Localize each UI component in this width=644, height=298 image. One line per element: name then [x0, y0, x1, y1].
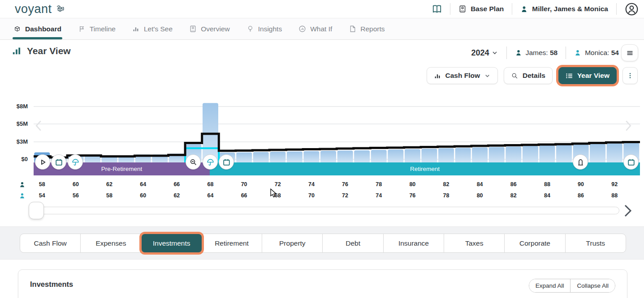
age-label-james: 86: [506, 181, 522, 187]
age-label-james: 90: [573, 181, 589, 187]
calendar-icon: [627, 158, 635, 166]
age-label-monica: 88: [606, 192, 622, 199]
age-label-monica: 86: [573, 192, 589, 199]
age-label-monica: 62: [169, 192, 185, 199]
tab-corporate[interactable]: Corporate: [505, 234, 565, 252]
age-label-monica: 58: [101, 192, 117, 199]
age-label-james: 72: [270, 181, 286, 187]
umbrella-icon: [206, 158, 215, 166]
mouse-cursor: [270, 188, 277, 198]
age-label-monica: 60: [135, 192, 151, 199]
calendar-icon: [222, 158, 231, 166]
event-marker-umbrella-icon[interactable]: [203, 154, 218, 170]
section-tabs-strip: Cash FlowExpensesInvestmentsRetirementPr…: [0, 226, 644, 260]
age-label-monica: 56: [68, 192, 84, 199]
y-axis-tick-label: $8M: [0, 103, 28, 110]
tab-expenses[interactable]: Expenses: [81, 234, 141, 252]
timeline-slider-handle[interactable]: [29, 202, 44, 219]
expand-all-button[interactable]: Expand All: [529, 279, 571, 292]
timeline-next-button[interactable]: [623, 204, 633, 217]
tab-retirement[interactable]: Retirement: [202, 234, 262, 252]
event-marker-zoom-out-icon[interactable]: [186, 154, 201, 170]
calendar-icon: [55, 158, 63, 166]
age-label-monica: 78: [438, 192, 454, 199]
age-label-monica: 72: [337, 192, 353, 199]
collapse-all-button[interactable]: Collapse All: [570, 279, 615, 292]
age-label-james: 84: [472, 181, 488, 187]
chart-pan-right-icon[interactable]: [625, 117, 632, 134]
age-label-james: 68: [202, 181, 218, 187]
tab-taxes[interactable]: Taxes: [444, 234, 505, 252]
tombstone-icon: [576, 158, 585, 166]
age-label-monica: 82: [506, 192, 522, 199]
y-axis-tick-label: $3M: [0, 138, 28, 145]
tab-debt[interactable]: Debt: [323, 234, 383, 252]
age-label-james: 66: [169, 181, 185, 187]
phase-label: Retirement: [410, 166, 440, 172]
y-axis-tick-label: $5M: [0, 120, 28, 127]
timeline-slider-track[interactable]: [31, 207, 619, 214]
age-label-james: 78: [371, 181, 387, 187]
age-label-james: 80: [404, 181, 420, 187]
event-marker-calendar-icon[interactable]: [219, 154, 234, 170]
event-marker-tombstone-icon[interactable]: [573, 154, 588, 170]
tab-cash-flow[interactable]: Cash Flow: [20, 234, 81, 252]
tab-trusts[interactable]: Trusts: [566, 234, 626, 252]
event-marker-play-icon[interactable]: [35, 154, 50, 170]
zoom-out-icon: [189, 158, 198, 166]
age-label-james: 62: [101, 181, 117, 187]
age-label-james: 76: [337, 181, 353, 187]
panel-actions: Expand All Collapse All: [529, 279, 615, 293]
age-label-monica: 66: [236, 192, 252, 199]
axis-person-icon-james: [19, 181, 26, 188]
age-label-james: 64: [135, 181, 151, 187]
tab-property[interactable]: Property: [262, 234, 323, 252]
investments-panel: Investments Expand All Collapse All: [18, 269, 627, 298]
age-label-monica: 84: [539, 192, 555, 199]
section-tabs: Cash FlowExpensesInvestmentsRetirementPr…: [20, 234, 626, 253]
play-icon: [39, 158, 47, 166]
event-marker-umbrella-icon[interactable]: [68, 154, 83, 170]
age-label-monica: 80: [472, 192, 488, 199]
phase-label: Pre-Retirement: [101, 166, 143, 172]
age-label-james: 88: [539, 181, 555, 187]
chart-pan-left-icon[interactable]: [35, 117, 42, 134]
event-marker-calendar-icon[interactable]: [623, 154, 639, 170]
age-label-monica: 76: [404, 192, 420, 199]
age-label-james: 58: [34, 181, 50, 187]
age-label-james: 70: [236, 181, 252, 187]
tab-insurance[interactable]: Insurance: [384, 234, 444, 252]
age-label-monica: 54: [34, 192, 50, 199]
umbrella-icon: [71, 158, 80, 166]
age-label-james: 60: [68, 181, 84, 187]
tab-investments[interactable]: Investments: [142, 234, 202, 252]
age-label-james: 82: [438, 181, 454, 187]
y-axis-tick-label: $0: [0, 156, 28, 162]
age-label-james: 92: [606, 181, 622, 187]
age-label-monica: 70: [303, 192, 320, 199]
age-label-james: 74: [303, 181, 320, 187]
age-label-monica: 64: [202, 192, 218, 199]
event-marker-calendar-icon[interactable]: [51, 154, 66, 170]
panel-title: Investments: [30, 280, 73, 289]
axis-person-icon-monica: [19, 192, 26, 199]
age-label-monica: 74: [371, 192, 387, 199]
